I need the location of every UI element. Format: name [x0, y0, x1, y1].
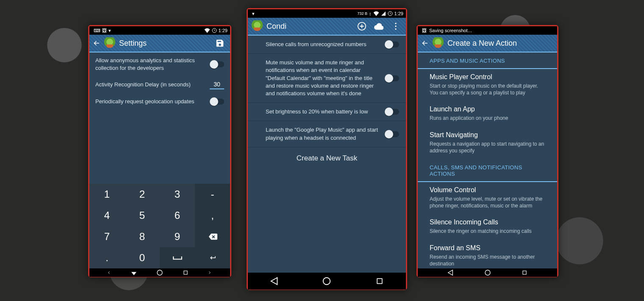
navbar	[248, 273, 406, 290]
navbar	[89, 268, 230, 277]
action-title: Volume Control	[430, 186, 545, 194]
nav-chevron-right-icon	[208, 271, 213, 275]
key-9[interactable]: 9	[160, 226, 195, 247]
section-header-apps: APPS AND MUSIC ACTIONS	[418, 52, 557, 69]
nav-hide-keyboard[interactable]	[130, 268, 138, 277]
statusbar: ▾ 732 B ↕ 1:29	[248, 9, 406, 18]
key-3[interactable]: 3	[160, 184, 195, 205]
action-silence-calls[interactable]: Silence Incoming CallsSilence the ringer…	[418, 214, 557, 240]
nav-recent[interactable]	[520, 268, 529, 277]
toggle[interactable]	[210, 99, 224, 105]
task-item[interactable]: Silence calls from unrecognized numbers	[248, 36, 406, 53]
statusbar: ⌨ 🖼 ▾ 1:29	[89, 26, 230, 35]
key-backspace[interactable]	[195, 226, 230, 247]
clock-icon	[388, 11, 393, 16]
action-desc: Requests a navigation app to start navig…	[430, 141, 545, 154]
task-item[interactable]: Set brightness to 20% when battery is lo…	[248, 103, 406, 121]
key-5[interactable]: 5	[125, 205, 160, 226]
nav-chevron-left-icon	[107, 271, 112, 275]
toggle[interactable]	[385, 41, 399, 47]
action-desc: Resend an incoming SMS message to anothe…	[430, 254, 545, 267]
appbar-title: Condi	[266, 22, 352, 31]
task-text: Launch the "Google Play Music" app and s…	[266, 126, 380, 141]
action-desc: Start or stop playing music on the defau…	[430, 83, 545, 96]
numeric-keypad: 1 2 3 - 4 5 6 , 7 8 9 . 0	[89, 184, 230, 268]
action-start-navigating[interactable]: Start NavigatingRequests a navigation ap…	[418, 127, 557, 159]
image-icon: 🖼	[422, 28, 427, 33]
task-text: Set brightness to 20% when battery is lo…	[266, 108, 380, 116]
net-label: 732 B	[358, 11, 368, 16]
save-button[interactable]	[213, 36, 227, 50]
action-title: Silence Incoming Calls	[430, 218, 545, 226]
status-time: 1:29	[219, 28, 228, 33]
action-volume-control[interactable]: Volume ControlAdjust the volume level, m…	[418, 182, 557, 214]
svg-rect-11	[523, 271, 526, 274]
action-desc: Silence the ringer on matching incoming …	[430, 228, 545, 235]
action-launch-app[interactable]: Launch an AppRuns an application on your…	[418, 101, 557, 127]
setting-analytics[interactable]: Allow anonymous analytics and statistics…	[89, 52, 230, 76]
key-dash[interactable]: -	[195, 184, 230, 205]
key-enter[interactable]	[195, 247, 230, 268]
cloud-button[interactable]	[372, 19, 386, 33]
nav-back[interactable]	[446, 268, 455, 277]
overflow-button[interactable]	[389, 19, 402, 33]
toggle[interactable]	[385, 131, 399, 137]
key-4[interactable]: 4	[89, 205, 125, 226]
key-comma[interactable]: ,	[195, 205, 230, 226]
signal-icon	[381, 11, 386, 16]
image-icon: 🖼	[102, 28, 107, 33]
phone-right: 🖼 Saving screenshot… Create a New Action…	[416, 25, 558, 277]
task-item[interactable]: Launch the "Google Play Music" app and s…	[248, 121, 406, 146]
task-item[interactable]: Mute music volume and mute ringer and no…	[248, 54, 406, 102]
wifi-weak-icon: ▾	[252, 11, 255, 17]
app-icon	[432, 37, 444, 49]
svg-point-8	[323, 278, 330, 285]
nav-home[interactable]	[155, 268, 164, 277]
action-desc: Adjust the volume level, mute or set on …	[430, 196, 545, 209]
statusbar: 🖼 Saving screenshot…	[418, 26, 557, 35]
svg-rect-2	[184, 271, 187, 274]
create-new-task[interactable]: Create a New Task	[248, 147, 406, 169]
wifi-weak-icon: ▾	[108, 28, 111, 33]
key-1[interactable]: 1	[89, 184, 125, 205]
back-icon[interactable]	[421, 39, 429, 47]
action-list: APPS AND MUSIC ACTIONS Music Player Cont…	[418, 52, 557, 268]
setting-delay[interactable]: Activity Recognition Delay (in seconds)	[89, 76, 230, 94]
action-music-player[interactable]: Music Player ControlStart or stop playin…	[418, 69, 557, 101]
setting-geolocation[interactable]: Periodically request geolocation updates	[89, 94, 230, 110]
setting-label: Periodically request geolocation updates	[95, 98, 205, 105]
nav-recent[interactable]	[373, 275, 386, 287]
toggle[interactable]	[210, 61, 224, 67]
nav-recent[interactable]	[181, 268, 190, 277]
action-desc: Runs an application on your phone	[430, 115, 545, 122]
action-title: Start Navigating	[430, 131, 545, 139]
appbar: Condi	[248, 18, 406, 36]
nav-home[interactable]	[320, 275, 333, 287]
action-title: Forward an SMS	[430, 244, 545, 252]
appbar-title: Settings	[119, 39, 210, 48]
appbar: Create a New Action	[418, 35, 557, 52]
delay-input[interactable]	[210, 80, 224, 89]
action-title: Music Player Control	[430, 73, 545, 81]
clock-icon	[212, 28, 217, 33]
key-2[interactable]: 2	[125, 184, 160, 205]
key-0[interactable]: 0	[125, 247, 160, 268]
key-dot[interactable]: .	[89, 247, 125, 268]
back-icon[interactable]	[93, 39, 100, 47]
phone-center: ▾ 732 B ↕ 1:29 Condi Silence calls from …	[247, 8, 407, 290]
key-8[interactable]: 8	[125, 226, 160, 247]
key-space[interactable]	[160, 247, 195, 268]
task-text: Mute music volume and mute ringer and no…	[266, 59, 380, 97]
add-button[interactable]	[355, 19, 369, 33]
nav-back[interactable]	[268, 275, 280, 287]
appbar-title: Create a New Action	[447, 39, 554, 48]
toggle[interactable]	[385, 75, 399, 81]
status-message: Saving screenshot…	[429, 28, 472, 33]
app-icon	[104, 37, 116, 49]
action-forward-sms[interactable]: Forward an SMSResend an incoming SMS mes…	[418, 240, 557, 269]
nav-home[interactable]	[483, 268, 492, 277]
status-time: 1:29	[394, 11, 403, 16]
key-6[interactable]: 6	[160, 205, 195, 226]
toggle[interactable]	[385, 109, 399, 115]
key-7[interactable]: 7	[89, 226, 125, 247]
